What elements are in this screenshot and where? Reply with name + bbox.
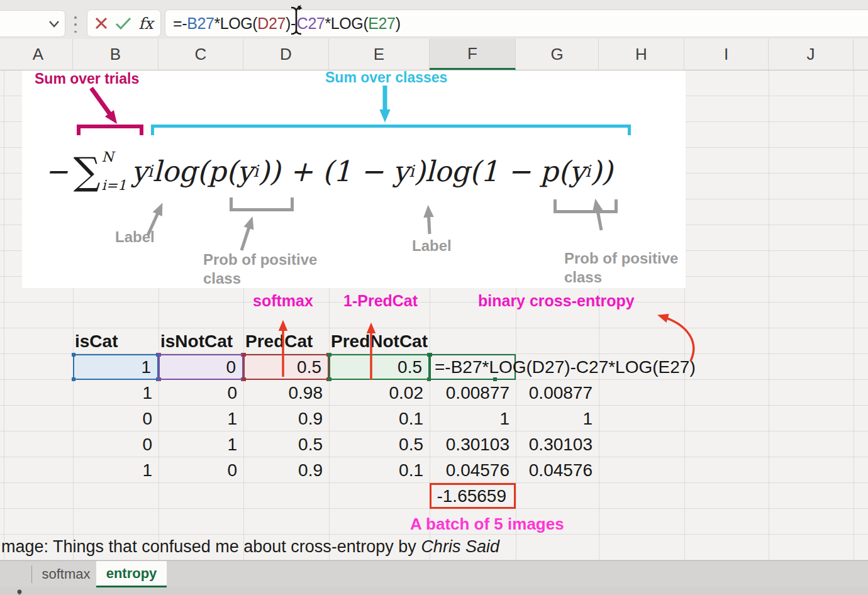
cell-D28[interactable]: 0.98 — [243, 380, 329, 406]
column-header-C[interactable]: C — [159, 39, 243, 70]
sheet-tab-softmax[interactable]: softmax — [35, 561, 97, 587]
cell-B27[interactable]: 1 — [73, 354, 159, 380]
formula-buttons: fx — [87, 9, 161, 37]
formula-segment: B27 — [187, 14, 214, 32]
reference-handle[interactable] — [72, 353, 75, 357]
spreadsheet-grid[interactable]: Sum over trials Sum over classes −∑Ni=1y… — [0, 70, 868, 560]
label-annotation-right: Label — [412, 236, 452, 255]
chevron-down-icon[interactable] — [48, 20, 60, 28]
column-header-E[interactable]: E — [329, 39, 430, 70]
confirm-icon[interactable] — [115, 17, 131, 30]
cell-C31[interactable]: 0 — [159, 457, 243, 483]
prob-bracket-right — [554, 199, 618, 213]
image-credit-caption: mage: Things that confused me about cros… — [1, 537, 499, 557]
sum-bracket-pink — [77, 125, 143, 135]
sheet-tab-bar: softmax entropy — [0, 560, 868, 587]
reference-handle[interactable] — [242, 353, 246, 357]
reference-handle[interactable] — [328, 353, 331, 357]
cell-header-isCat[interactable]: isCat — [73, 328, 159, 354]
cell-F31[interactable]: 0.04576 — [430, 457, 516, 483]
cell-F28[interactable]: 0.00877 — [430, 380, 516, 406]
cross-entropy-figure-image: Sum over trials Sum over classes −∑Ni=1y… — [22, 70, 686, 288]
formula-segment: =- — [173, 14, 187, 32]
cell-header-isNotCat[interactable]: isNotCat — [159, 328, 243, 354]
function-icon[interactable]: fx — [138, 14, 153, 33]
column-header-J[interactable]: J — [769, 39, 854, 70]
cell-E29[interactable]: 0.1 — [329, 406, 430, 431]
binary-cross-entropy-label: binary cross-entropy — [478, 292, 635, 310]
softmax-label: softmax — [253, 292, 313, 310]
one-minus-predcat-label: 1-PredCat — [343, 292, 418, 310]
sheet-tab-entropy[interactable]: entropy — [96, 561, 167, 587]
classes-bracket-cyan — [151, 125, 631, 135]
sum-over-classes-label: Sum over classes — [325, 69, 447, 86]
cell-G29[interactable]: 1 — [516, 406, 599, 431]
cell-E27[interactable]: 0.5 — [329, 354, 430, 380]
prob-bracket-left — [230, 197, 294, 211]
column-header-H[interactable]: H — [599, 39, 684, 70]
cell-D27[interactable]: 0.5 — [243, 354, 329, 380]
accessibility-icon — [14, 589, 25, 595]
column-header-I[interactable]: I — [684, 39, 769, 70]
column-header-G[interactable]: G — [516, 39, 599, 70]
batch-note-label: A batch of 5 images — [410, 514, 564, 534]
cell-header-PredCat[interactable]: PredCat — [243, 328, 329, 354]
formula-segment: D27 — [257, 14, 286, 32]
cell-C27[interactable]: 0 — [159, 354, 243, 380]
cancel-icon[interactable] — [94, 16, 108, 30]
cell-E28[interactable]: 0.02 — [329, 380, 430, 406]
sum-over-trials-label: Sum over trials — [35, 70, 139, 87]
prob-annotation-left: Prob of positiveclass — [203, 250, 317, 288]
formula-segment: ) — [396, 14, 401, 32]
cell-F30[interactable]: 0.30103 — [430, 431, 516, 457]
cell-B29[interactable]: 0 — [73, 406, 159, 431]
cell-C30[interactable]: 1 — [159, 431, 243, 457]
label-annotation-left: Label — [115, 228, 155, 247]
cell-B28[interactable]: 1 — [73, 380, 159, 406]
formula-segment: *LOG( — [214, 14, 257, 32]
name-box[interactable] — [0, 10, 65, 37]
column-headers[interactable]: ABCDEFGHIJ — [0, 39, 868, 70]
formula-bar: fx =-B27*LOG(D27)-C27*LOG(E27) — [0, 0, 868, 40]
status-bar — [0, 587, 868, 595]
binary-cross-entropy-equation: −∑Ni=1yilog(p(yi)) + (1 − yi)log(1 − p(y… — [45, 145, 613, 197]
cell-G31[interactable]: 0.04576 — [516, 457, 599, 483]
cell-C29[interactable]: 1 — [159, 406, 243, 431]
cell-D31[interactable]: 0.9 — [243, 457, 329, 483]
spreadsheet-window: fx =-B27*LOG(D27)-C27*LOG(E27) ABCDEFGHI… — [0, 0, 868, 595]
column-header-A[interactable]: A — [4, 39, 73, 70]
cell-G30[interactable]: 0.30103 — [516, 431, 599, 457]
cell-F27[interactable]: =-B27*LOG(D27)-C27*LOG(E27) — [430, 354, 516, 380]
formula-segment: E27 — [368, 14, 395, 32]
cell-E31[interactable]: 0.1 — [329, 457, 430, 483]
cell-B30[interactable]: 0 — [73, 431, 159, 457]
cell-B31[interactable]: 1 — [73, 457, 159, 483]
cell-E30[interactable]: 0.5 — [329, 431, 430, 457]
cell-header-PredNotCat[interactable]: PredNotCat — [329, 328, 430, 354]
ibeam-cursor-icon — [284, 5, 308, 35]
formula-input[interactable]: =-B27*LOG(D27)-C27*LOG(E27) — [165, 9, 868, 37]
tab-divider — [31, 565, 32, 583]
prob-annotation-right: Prob of positiveclass — [564, 249, 678, 287]
vertical-dots-icon — [73, 16, 78, 33]
column-header-D[interactable]: D — [243, 39, 329, 70]
column-header-F[interactable]: F — [430, 38, 516, 70]
formula-segment: *LOG( — [325, 14, 368, 32]
cell-C28[interactable]: 0 — [159, 380, 243, 406]
cell-G28[interactable]: 0.00877 — [516, 380, 599, 406]
cell-F32-total[interactable]: -1.65659 — [430, 483, 516, 509]
cell-F29[interactable]: 1 — [430, 406, 516, 431]
cell-D30[interactable]: 0.5 — [243, 431, 329, 457]
column-header-B[interactable]: B — [73, 39, 159, 70]
cell-D29[interactable]: 0.9 — [243, 406, 329, 431]
reference-handle[interactable] — [157, 353, 161, 357]
